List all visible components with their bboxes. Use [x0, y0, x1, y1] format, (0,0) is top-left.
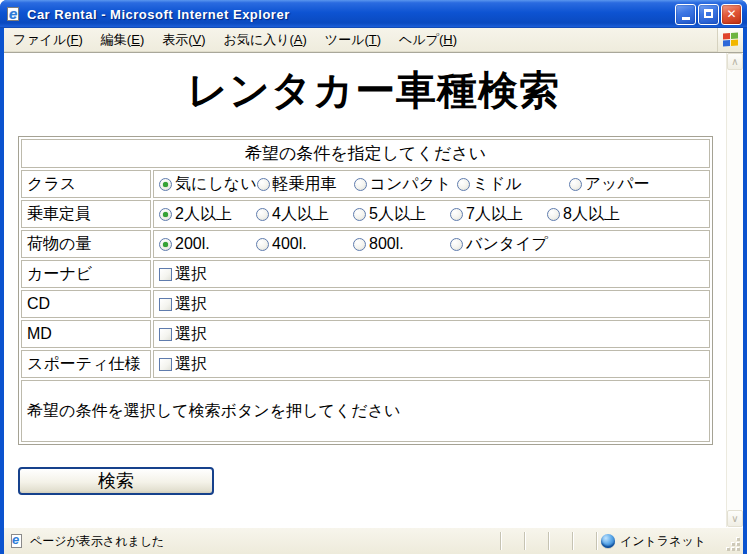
table-row: カーナビ 選択: [21, 260, 710, 288]
radio-option[interactable]: 軽乗用車: [257, 174, 354, 195]
scroll-up-button[interactable]: ∧: [727, 53, 743, 70]
radio-icon[interactable]: [159, 208, 172, 221]
security-zone-pane: イントラネット: [597, 528, 725, 554]
radio-icon[interactable]: [353, 238, 366, 251]
radio-icon[interactable]: [354, 178, 367, 191]
table-row: スポーティ仕様 選択: [21, 350, 710, 378]
minimize-icon: [682, 17, 690, 20]
radio-icon[interactable]: [450, 208, 463, 221]
vertical-scrollbar[interactable]: ∧ ∨: [726, 53, 743, 527]
radio-option[interactable]: ミドル: [457, 174, 569, 195]
form-footer-note: 希望の条件を選択して検索ボタンを押してください: [21, 380, 710, 442]
checkbox-icon[interactable]: [159, 358, 172, 371]
browser-window: e Car Rental - Microsoft Internet Explor…: [0, 0, 747, 554]
radio-icon[interactable]: [569, 178, 582, 191]
checkbox-icon[interactable]: [159, 298, 172, 311]
page-done-icon: e: [10, 534, 25, 549]
menu-favorites[interactable]: お気に入り(A): [215, 29, 316, 51]
radio-option[interactable]: コンパクト: [354, 174, 457, 195]
row-label-md: MD: [21, 320, 151, 348]
radio-option[interactable]: 5人以上: [353, 204, 450, 225]
radio-icon[interactable]: [256, 238, 269, 251]
status-pane: [501, 528, 524, 554]
row-label-cd: CD: [21, 290, 151, 318]
menu-bar: ファイル(F) 編集(E) 表示(V) お気に入り(A) ツール(T) ヘルプ(…: [4, 28, 743, 52]
scroll-down-button[interactable]: ∨: [727, 510, 743, 527]
checkbox-option[interactable]: 選択: [159, 294, 256, 315]
table-row: クラス 気にしない 軽乗用車 コンパクト ミドル アッパー: [21, 170, 710, 198]
menu-help[interactable]: ヘルプ(H): [390, 29, 466, 51]
radio-icon[interactable]: [159, 238, 172, 251]
status-pane: [549, 528, 572, 554]
checkbox-option[interactable]: 選択: [159, 324, 256, 345]
scrollbar-track[interactable]: [727, 70, 743, 510]
checkbox-option[interactable]: 選択: [159, 354, 256, 375]
radio-icon[interactable]: [256, 208, 269, 221]
search-button[interactable]: 検索: [18, 467, 214, 495]
internet-explorer-icon: e: [6, 6, 23, 23]
radio-option[interactable]: 8人以上: [547, 204, 644, 225]
radio-option[interactable]: バンタイプ: [450, 234, 548, 255]
menu-tools[interactable]: ツール(T): [316, 29, 390, 51]
search-condition-table: 希望の条件を指定してください クラス 気にしない 軽乗用車 コンパクト ミドル …: [18, 136, 713, 445]
radio-option[interactable]: 400l.: [256, 235, 353, 253]
windows-logo-box: [717, 28, 743, 52]
status-message-pane: e ページが表示されました: [4, 533, 500, 550]
radio-option[interactable]: 気にしない: [159, 174, 257, 195]
menu-view[interactable]: 表示(V): [153, 29, 214, 51]
checkbox-icon[interactable]: [159, 268, 172, 281]
radio-icon[interactable]: [450, 238, 463, 251]
row-label-capacity: 乗車定員: [21, 200, 151, 228]
radio-icon[interactable]: [547, 208, 560, 221]
minimize-button[interactable]: [675, 4, 696, 25]
radio-option[interactable]: アッパー: [569, 174, 666, 195]
table-row: CD 選択: [21, 290, 710, 318]
form-header: 希望の条件を指定してください: [21, 139, 710, 168]
radio-option[interactable]: 4人以上: [256, 204, 353, 225]
resize-grip[interactable]: [725, 528, 743, 554]
radio-icon[interactable]: [353, 208, 366, 221]
row-label-sporty: スポーティ仕様: [21, 350, 151, 378]
radio-option[interactable]: 800l.: [353, 235, 450, 253]
status-bar: e ページが表示されました イントラネット: [4, 527, 743, 554]
checkbox-icon[interactable]: [159, 328, 172, 341]
status-pane: [573, 528, 596, 554]
radio-option[interactable]: 200l.: [159, 235, 256, 253]
radio-option[interactable]: 7人以上: [450, 204, 547, 225]
row-label-luggage: 荷物の量: [21, 230, 151, 258]
windows-logo-icon: [723, 32, 738, 47]
page-content: レンタカー車種検索 希望の条件を指定してください クラス 気にしない 軽乗用車 …: [4, 52, 743, 527]
table-row: 希望の条件を選択して検索ボタンを押してください: [21, 380, 710, 442]
table-row: MD 選択: [21, 320, 710, 348]
status-message: ページが表示されました: [30, 533, 164, 550]
maximize-icon: [704, 9, 713, 18]
title-bar[interactable]: e Car Rental - Microsoft Internet Explor…: [0, 0, 747, 28]
window-title: Car Rental - Microsoft Internet Explorer: [27, 7, 675, 22]
close-button[interactable]: ✕: [721, 4, 742, 25]
security-zone-label: イントラネット: [620, 533, 706, 550]
radio-option[interactable]: 2人以上: [159, 204, 256, 225]
radio-icon[interactable]: [257, 178, 270, 191]
radio-icon[interactable]: [457, 178, 470, 191]
radio-icon[interactable]: [159, 178, 172, 191]
table-row: 乗車定員 2人以上 4人以上 5人以上 7人以上 8人以上: [21, 200, 710, 228]
menu-edit[interactable]: 編集(E): [92, 29, 153, 51]
chevron-up-icon: ∧: [731, 56, 738, 67]
checkbox-option[interactable]: 選択: [159, 264, 256, 285]
intranet-globe-icon: [601, 534, 615, 548]
row-label-class: クラス: [21, 170, 151, 198]
row-label-carnavi: カーナビ: [21, 260, 151, 288]
maximize-button[interactable]: [698, 4, 719, 25]
page-title: レンタカー車種検索: [4, 63, 743, 118]
status-pane: [525, 528, 548, 554]
chevron-down-icon: ∨: [731, 513, 738, 524]
table-row: 荷物の量 200l. 400l. 800l. バンタイプ: [21, 230, 710, 258]
menu-file[interactable]: ファイル(F): [4, 29, 92, 51]
